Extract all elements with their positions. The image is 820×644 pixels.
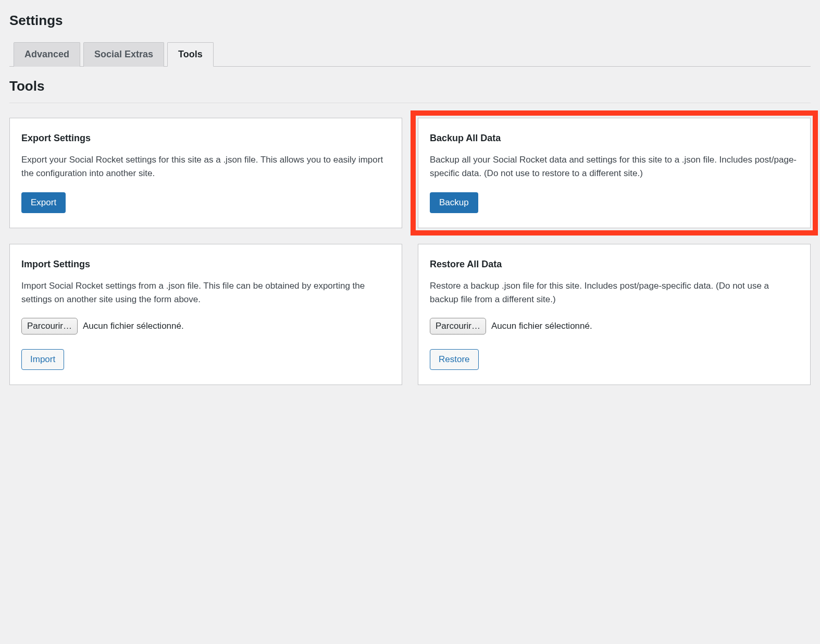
tab-social-extras[interactable]: Social Extras xyxy=(83,42,164,67)
file-status-label: Aucun fichier sélectionné. xyxy=(83,321,184,331)
tab-advanced[interactable]: Advanced xyxy=(14,42,80,67)
browse-button[interactable]: Parcourir… xyxy=(430,318,486,335)
card-description: Export your Social Rocket settings for t… xyxy=(21,153,390,181)
export-button[interactable]: Export xyxy=(21,192,66,213)
file-input-row: Parcourir… Aucun fichier sélectionné. xyxy=(21,318,390,335)
section-title: Tools xyxy=(9,78,811,94)
card-import-settings: Import Settings Import Social Rocket set… xyxy=(9,244,402,386)
card-title: Restore All Data xyxy=(430,259,799,270)
card-title: Import Settings xyxy=(21,259,390,270)
tabs-nav: Advanced Social Extras Tools xyxy=(9,42,811,67)
card-description: Backup all your Social Rocket data and s… xyxy=(430,153,799,181)
card-restore-all-data: Restore All Data Restore a backup .json … xyxy=(418,244,811,386)
card-description: Import Social Rocket settings from a .js… xyxy=(21,279,390,307)
browse-button[interactable]: Parcourir… xyxy=(21,318,78,335)
import-button[interactable]: Import xyxy=(21,349,64,370)
file-input-row: Parcourir… Aucun fichier sélectionné. xyxy=(430,318,799,335)
file-status-label: Aucun fichier sélectionné. xyxy=(491,321,592,331)
backup-button[interactable]: Backup xyxy=(430,192,478,213)
card-title: Backup All Data xyxy=(430,133,799,144)
card-description: Restore a backup .json file for this sit… xyxy=(430,279,799,307)
divider xyxy=(9,103,811,103)
restore-button[interactable]: Restore xyxy=(430,349,479,370)
tab-tools[interactable]: Tools xyxy=(167,42,214,67)
card-title: Export Settings xyxy=(21,133,390,144)
page-title: Settings xyxy=(9,13,811,29)
card-backup-all-data: Backup All Data Backup all your Social R… xyxy=(418,118,811,228)
card-export-settings: Export Settings Export your Social Rocke… xyxy=(9,118,402,228)
cards-grid: Export Settings Export your Social Rocke… xyxy=(9,118,811,385)
